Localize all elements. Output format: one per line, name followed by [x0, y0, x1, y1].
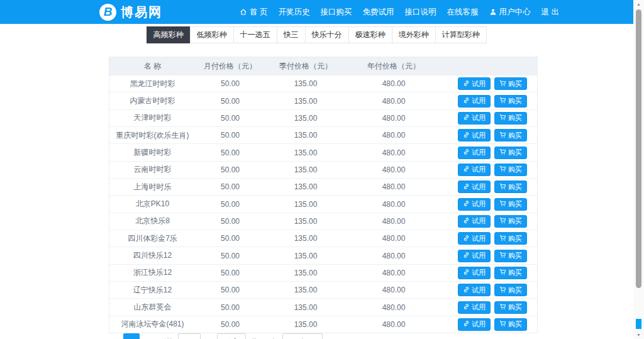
nav-item-2[interactable]: 开奖历史: [279, 7, 310, 18]
tab-4[interactable]: 快三: [277, 26, 306, 43]
nav-item-8[interactable]: 退 出: [541, 7, 559, 18]
pagination-current-page[interactable]: 1: [123, 333, 140, 339]
table-row: 山东群英会 50.00 135.00 480.00 试用 购买: [109, 298, 537, 315]
buy-button[interactable]: 购买: [494, 301, 527, 314]
brand-logo-icon: B: [99, 4, 116, 21]
table-row: 北京PK10 50.00 135.00 480.00 试用 购买: [109, 195, 537, 212]
tab-5[interactable]: 快乐十分: [305, 26, 349, 43]
table-header-row: 名 称 月付价格（元） 季付价格（元） 年付价格（元）: [109, 57, 537, 75]
buy-button[interactable]: 购买: [494, 198, 527, 211]
try-button[interactable]: 试用: [458, 250, 491, 262]
table-row: 重庆时时彩(欢乐生肖) 50.00 135.00 480.00 试用 购买: [109, 126, 537, 143]
tab-8[interactable]: 计算型彩种: [435, 26, 487, 43]
try-button[interactable]: 试用: [458, 112, 491, 125]
nav-item-5[interactable]: 接口说明: [405, 7, 436, 18]
try-button[interactable]: 试用: [458, 215, 491, 228]
lottery-name: 辽宁快乐12: [109, 285, 196, 296]
pagination-goto-input[interactable]: [178, 333, 201, 339]
nav-item-3[interactable]: 接口购买: [321, 7, 352, 18]
quarterly-price: 135.00: [265, 131, 347, 140]
nav-menu: 首 页 开奖历史 接口购买 免费试用 接口说明 在线客服 用户中心 退 出: [240, 7, 559, 18]
try-button[interactable]: 试用: [458, 318, 491, 331]
brand-logo[interactable]: B 博易网: [99, 4, 162, 21]
buy-button[interactable]: 购买: [494, 250, 527, 262]
try-button[interactable]: 试用: [458, 301, 491, 314]
pagination-confirm-button[interactable]: 确定: [217, 333, 246, 339]
try-button[interactable]: 试用: [458, 164, 491, 176]
nav-item-7[interactable]: 用户中心: [489, 7, 531, 18]
buy-button[interactable]: 购买: [494, 232, 527, 245]
link-icon: [463, 217, 470, 225]
table-row: 辽宁快乐12 50.00 135.00 480.00 试用 购买: [109, 281, 537, 298]
try-button[interactable]: 试用: [458, 181, 491, 193]
monthly-price: 50.00: [196, 79, 265, 88]
buy-button[interactable]: 购买: [494, 284, 527, 296]
buy-button[interactable]: 购买: [494, 112, 527, 125]
buy-button[interactable]: 购买: [494, 147, 527, 159]
lottery-name: 四川体彩金7乐: [109, 233, 196, 244]
try-button[interactable]: 试用: [458, 147, 491, 159]
table-row: 浙江快乐12 50.00 135.00 480.00 试用 购买: [109, 264, 537, 281]
try-button[interactable]: 试用: [458, 77, 491, 90]
buy-button[interactable]: 购买: [494, 181, 527, 193]
lottery-name: 新疆时时彩: [109, 147, 196, 158]
buy-button[interactable]: 购买: [494, 164, 527, 176]
nav-item-label: 开奖历史: [279, 7, 310, 18]
yearly-price: 480.00: [347, 303, 441, 312]
try-button[interactable]: 试用: [458, 129, 491, 142]
try-button[interactable]: 试用: [458, 198, 491, 211]
scrollbar-thumb[interactable]: [636, 9, 641, 288]
buy-button[interactable]: 购买: [494, 215, 527, 228]
try-button-label: 试用: [472, 216, 486, 226]
table-body: 黑龙江时时彩 50.00 135.00 480.00 试用 购买 内蒙古时时彩 …: [109, 75, 537, 333]
try-button[interactable]: 试用: [458, 267, 491, 279]
try-button[interactable]: 试用: [458, 232, 491, 245]
buy-button[interactable]: 购买: [494, 129, 527, 142]
try-button[interactable]: 试用: [458, 95, 491, 108]
home-icon: [240, 8, 247, 16]
link-icon: [463, 320, 470, 328]
try-button-label: 试用: [472, 199, 486, 209]
pagination-page-size-select[interactable]: 15 条/页: [282, 333, 323, 339]
try-button-label: 试用: [472, 79, 486, 89]
yearly-price: 480.00: [347, 148, 441, 157]
tab-6[interactable]: 极速彩种: [348, 26, 392, 43]
quarterly-price: 135.00: [265, 200, 347, 209]
tab-2[interactable]: 低频彩种: [190, 26, 234, 43]
tab-7[interactable]: 境外彩种: [392, 26, 436, 43]
buy-button[interactable]: 购买: [494, 77, 527, 90]
try-button[interactable]: 试用: [458, 284, 491, 296]
scroll-up-arrow-icon[interactable]: ▲: [633, 2, 644, 6]
nav-item-label: 接口购买: [321, 7, 352, 18]
buy-button-label: 购买: [508, 268, 522, 277]
quarterly-price: 135.00: [265, 182, 347, 191]
yearly-price: 480.00: [347, 200, 441, 209]
buy-button[interactable]: 购买: [494, 267, 527, 279]
cart-icon: [499, 80, 506, 88]
buy-button[interactable]: 购买: [494, 318, 527, 331]
monthly-price: 50.00: [196, 252, 265, 260]
yearly-price: 480.00: [347, 286, 441, 294]
tab-3[interactable]: 十一选五: [233, 26, 277, 43]
monthly-price: 50.00: [196, 234, 265, 243]
try-button-label: 试用: [472, 113, 486, 123]
tab-1[interactable]: 高频彩种: [147, 26, 191, 43]
quarterly-price: 135.00: [265, 234, 347, 243]
buy-button-label: 购买: [508, 234, 522, 243]
quarterly-price: 135.00: [265, 269, 347, 277]
link-icon: [463, 148, 470, 157]
try-button-label: 试用: [472, 320, 486, 329]
buy-button[interactable]: 购买: [494, 95, 527, 108]
cart-icon: [499, 148, 506, 157]
nav-item-1[interactable]: 首 页: [240, 7, 267, 18]
scrollbar[interactable]: ▲ ▼: [633, 0, 644, 339]
try-button-label: 试用: [472, 96, 486, 106]
nav-item-6[interactable]: 在线客服: [447, 7, 479, 18]
scroll-down-arrow-icon[interactable]: ▼: [633, 333, 644, 337]
cart-icon: [499, 303, 506, 311]
top-navbar: B 博易网 首 页 开奖历史 接口购买 免费试用 接口说明 在线客服 用户中心 …: [0, 0, 633, 24]
nav-item-4[interactable]: 免费试用: [363, 7, 394, 18]
monthly-price: 50.00: [196, 320, 265, 329]
monthly-price: 50.00: [196, 165, 265, 174]
cart-icon: [499, 269, 506, 277]
